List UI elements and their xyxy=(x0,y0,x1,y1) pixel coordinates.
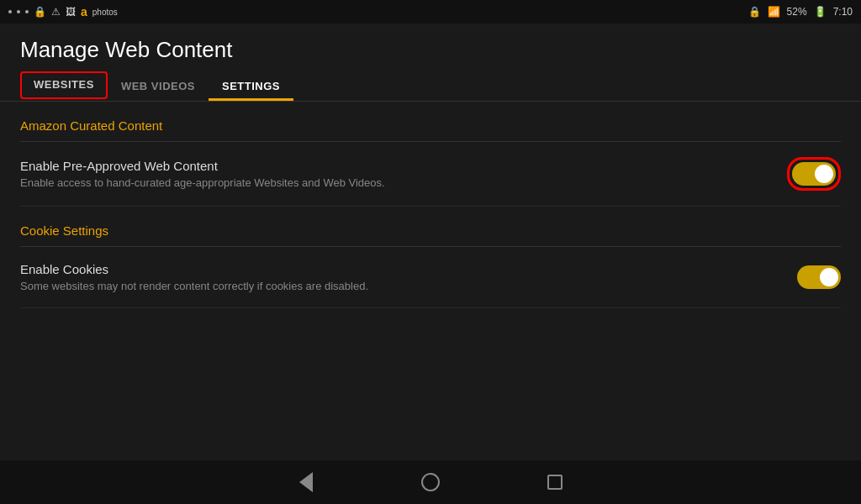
tab-web-videos[interactable]: WEB VIDEOS xyxy=(108,73,209,101)
toggle-pre-approved[interactable] xyxy=(792,162,836,186)
toggle-container-pre-approved[interactable] xyxy=(792,162,836,186)
battery-icon: 🔋 xyxy=(814,6,827,18)
nav-bar xyxy=(0,460,861,504)
status-bar-right: 🔒 📶 52% 🔋 7:10 xyxy=(748,6,853,18)
dot-2 xyxy=(17,10,20,13)
section-header-amazon-curated: Amazon Curated Content xyxy=(20,102,841,141)
setting-row-pre-approved: Enable Pre-Approved Web Content Enable a… xyxy=(20,142,841,207)
setting-text-pre-approved: Enable Pre-Approved Web Content Enable a… xyxy=(20,159,787,189)
toggle-cookies[interactable] xyxy=(797,265,841,289)
battery-percent: 52% xyxy=(787,6,807,18)
setting-title-cookies: Enable Cookies xyxy=(20,262,780,276)
amazon-icon: a xyxy=(81,5,87,18)
toggle-highlight-pre-approved xyxy=(787,157,841,191)
setting-row-cookies: Enable Cookies Some websites may not ren… xyxy=(20,247,841,308)
alert-icon: ⚠ xyxy=(51,6,61,18)
section-header-cookie: Cookie Settings xyxy=(20,207,841,246)
back-icon xyxy=(299,472,313,492)
setting-desc-cookies: Some websites may not render content cor… xyxy=(20,280,780,292)
lock-icon: 🔒 xyxy=(34,6,46,18)
status-bar-left: 🔒 ⚠ 🖼 a photos xyxy=(8,5,118,18)
setting-text-cookies: Enable Cookies Some websites may not ren… xyxy=(20,262,797,292)
recent-icon xyxy=(547,475,563,490)
tab-websites[interactable]: WEBSITES xyxy=(20,71,108,99)
setting-desc-pre-approved: Enable access to hand-curated age-approp… xyxy=(20,176,770,189)
image-icon: 🖼 xyxy=(66,6,76,18)
lock-status-icon: 🔒 xyxy=(748,6,761,18)
page-title: Manage Web Content xyxy=(0,24,861,71)
toggle-container-cookies[interactable] xyxy=(797,265,841,289)
tab-settings[interactable]: SETTINGS xyxy=(209,73,293,101)
home-icon xyxy=(421,473,440,491)
nav-recent-button[interactable] xyxy=(543,470,567,494)
wifi-icon: 📶 xyxy=(768,6,780,18)
photos-icon: photos xyxy=(92,8,118,17)
time-display: 7:10 xyxy=(833,6,853,18)
dot-1 xyxy=(8,10,12,13)
main-content: Manage Web Content WEBSITES WEB VIDEOS S… xyxy=(0,24,861,460)
dot-3 xyxy=(25,10,29,13)
tabs-container: WEBSITES WEB VIDEOS SETTINGS xyxy=(0,71,861,102)
setting-title-pre-approved: Enable Pre-Approved Web Content xyxy=(20,159,770,173)
settings-content: Amazon Curated Content Enable Pre-Approv… xyxy=(0,102,861,460)
status-bar: 🔒 ⚠ 🖼 a photos 🔒 📶 52% 🔋 7:10 xyxy=(0,0,861,24)
nav-home-button[interactable] xyxy=(419,470,442,494)
nav-back-button[interactable] xyxy=(294,470,318,494)
